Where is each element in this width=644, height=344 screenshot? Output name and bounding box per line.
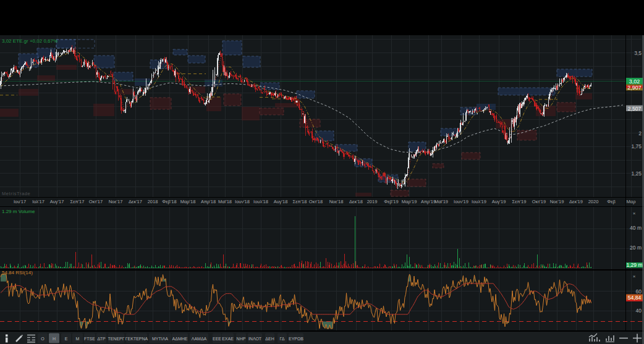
svg-text:Φεβ'19: Φεβ'19 [384, 199, 398, 204]
svg-text:ΜΥΤΙΛΑ: ΜΥΤΙΛΑ [152, 337, 168, 341]
svg-text:×: × [633, 274, 636, 279]
svg-text:Μαρ: Μαρ [627, 199, 636, 204]
svg-text:ΓΕΚΤΕΡΝΑ: ΓΕΚΤΕΡΝΑ [125, 337, 148, 341]
svg-text:Δεκ'17: Δεκ'17 [129, 199, 142, 204]
svg-text:Μαρ'19: Μαρ'19 [402, 199, 417, 204]
svg-text:Δεκ'18: Δεκ'18 [349, 199, 363, 204]
svg-text:54,84: 54,84 [628, 295, 642, 301]
svg-text:1,75: 1,75 [631, 143, 642, 149]
svg-text:2: 2 [638, 130, 642, 136]
svg-text:Οκτ'17: Οκτ'17 [89, 199, 103, 204]
svg-text:Απρ'18: Απρ'18 [201, 199, 216, 204]
svg-text:Φεβ: Φεβ [607, 199, 616, 204]
svg-text:Ε: Ε [65, 337, 68, 341]
svg-text:ΙΝΛΟΤ: ΙΝΛΟΤ [248, 337, 262, 341]
svg-text:1.29 m Volume: 1.29 m Volume [2, 209, 35, 214]
svg-text:Ιουν'19: Ιουν'19 [454, 199, 468, 204]
svg-text:ΔΤΡ: ΔΤΡ [97, 337, 106, 341]
svg-text:ΕΥΡΩΒ: ΕΥΡΩΒ [289, 337, 303, 341]
svg-text:3,02 ETE.gr +0,02 0,67%: 3,02 ETE.gr +0,02 0,67% [2, 38, 57, 44]
svg-text:2019: 2019 [367, 199, 378, 204]
svg-text:Η: Η [53, 337, 56, 341]
svg-text:ΛΑΜΔΑ: ΛΑΜΔΑ [192, 337, 207, 341]
svg-text:3,02: 3,02 [629, 78, 640, 85]
svg-text:2018: 2018 [148, 199, 158, 204]
svg-text:1,29 m: 1,29 m [627, 262, 643, 268]
svg-text:Οκτ'18: Οκτ'18 [309, 199, 323, 204]
svg-text:60: 60 [636, 288, 642, 295]
svg-text:Ιολ'17: Ιολ'17 [32, 199, 44, 204]
svg-text:ΑΔΜΗΕ: ΑΔΜΗΕ [172, 337, 188, 341]
svg-text:20 m: 20 m [630, 245, 642, 251]
svg-text:Ιουν'18: Ιουν'18 [235, 199, 250, 204]
svg-text:2,907: 2,907 [627, 85, 642, 91]
svg-text:3,5: 3,5 [634, 50, 642, 56]
svg-text:Μαϊ'18: Μαϊ'18 [218, 199, 232, 204]
svg-text:Δεκ'19: Δεκ'19 [569, 199, 583, 204]
svg-text:Αυγ'17: Αυγ'17 [50, 199, 64, 204]
svg-text:ΓΔ: ΓΔ [280, 337, 285, 341]
svg-text:Νοε'17: Νοε'17 [109, 199, 123, 204]
svg-text:FTSE: FTSE [84, 337, 95, 341]
svg-text:×: × [633, 211, 636, 216]
svg-text:Ο: Ο [41, 337, 44, 341]
svg-text:Μ: Μ [76, 337, 80, 341]
svg-text:Σεπ'18: Σεπ'18 [293, 199, 307, 204]
svg-text:ΝΗΡ: ΝΗΡ [237, 337, 246, 341]
svg-text:40: 40 [636, 308, 642, 314]
svg-text:Νοε'19: Νοε'19 [550, 199, 564, 204]
svg-text:ΕΧΑΕ: ΕΧΑΕ [222, 337, 234, 341]
svg-text:Σεπ'17: Σεπ'17 [70, 199, 85, 204]
svg-text:Φεβ'18: Φεβ'18 [162, 199, 176, 204]
svg-text:54.84 RSI(14): 54.84 RSI(14) [2, 270, 33, 275]
svg-text:Οκτ'19: Οκτ'19 [532, 199, 546, 204]
svg-text:MetrisTrade: MetrisTrade [2, 191, 30, 196]
svg-text:Ιουλ'19: Ιουλ'19 [472, 199, 486, 204]
svg-text:Νοε'18: Νοε'18 [329, 199, 344, 204]
svg-text:ΤΕΝΕΡΓ: ΤΕΝΕΡΓ [108, 337, 124, 341]
svg-text:Ιου'17: Ιου'17 [14, 199, 26, 204]
svg-text:2020: 2020 [588, 199, 599, 204]
svg-text:40 m: 40 m [630, 225, 642, 231]
svg-text:ΕΕΕ: ΕΕΕ [213, 337, 221, 341]
svg-text:Αυγ'19: Αυγ'19 [492, 199, 506, 204]
svg-text:Αυγ'18: Αυγ'18 [274, 199, 288, 204]
svg-text:Μαϊ'19: Μαϊ'19 [434, 199, 448, 204]
svg-text:Απρ'19: Απρ'19 [421, 199, 436, 204]
svg-text:Ιουλ'18: Ιουλ'18 [253, 199, 268, 204]
svg-text:Μαρ'18: Μαρ'18 [180, 199, 196, 204]
svg-text:2,507: 2,507 [628, 106, 642, 112]
svg-text:1,25: 1,25 [631, 170, 642, 177]
svg-text:Σεπ'19: Σεπ'19 [512, 199, 527, 204]
svg-text:ΔΕΗ: ΔΕΗ [265, 337, 274, 341]
